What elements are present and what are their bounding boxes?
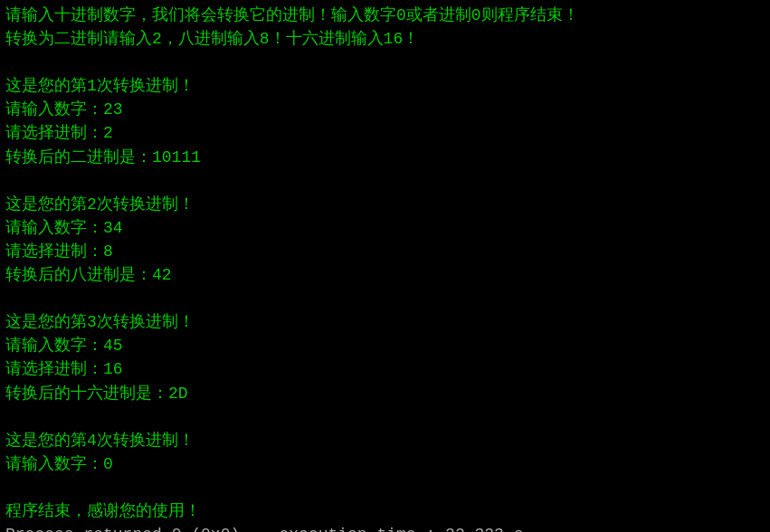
output-line-1: 请输入十进制数字，我们将会转换它的进制！输入数字0或者进制0则程序结束！	[5, 4, 765, 27]
terminal-window: 请输入十进制数字，我们将会转换它的进制！输入数字0或者进制0则程序结束！ 转换为…	[0, 0, 770, 532]
output-line-18	[5, 405, 765, 429]
output-line-12: 转换后的八进制是：42	[5, 263, 765, 287]
output-line-6: 请选择进制：2	[5, 121, 765, 145]
output-line-17: 转换后的十六进制是：2D	[5, 382, 765, 405]
output-line-10: 请输入数字：34	[5, 216, 765, 240]
output-line-11: 请选择进制：8	[5, 240, 765, 263]
output-line-13	[5, 287, 765, 310]
output-line-14: 这是您的第3次转换进制！	[5, 310, 765, 334]
output-line-4: 这是您的第1次转换进制！	[5, 74, 765, 98]
output-line-16: 请选择进制：16	[5, 357, 765, 381]
output-line-7: 转换后的二进制是：10111	[5, 146, 765, 169]
output-line-20: 请输入数字：0	[5, 452, 765, 476]
output-line-8	[5, 169, 765, 193]
output-line-5: 请输入数字：23	[5, 98, 765, 121]
output-line-15: 请输入数字：45	[5, 334, 765, 357]
output-line-23: Process returned 0 (0x0) execution time …	[5, 523, 765, 532]
output-line-22: 程序结束，感谢您的使用！	[5, 499, 765, 523]
output-line-21	[5, 476, 765, 499]
output-line-9: 这是您的第2次转换进制！	[5, 193, 765, 216]
output-line-19: 这是您的第4次转换进制！	[5, 429, 765, 452]
output-line-2: 转换为二进制请输入2，八进制输入8！十六进制输入16！	[5, 27, 765, 51]
output-line-3	[5, 51, 765, 74]
